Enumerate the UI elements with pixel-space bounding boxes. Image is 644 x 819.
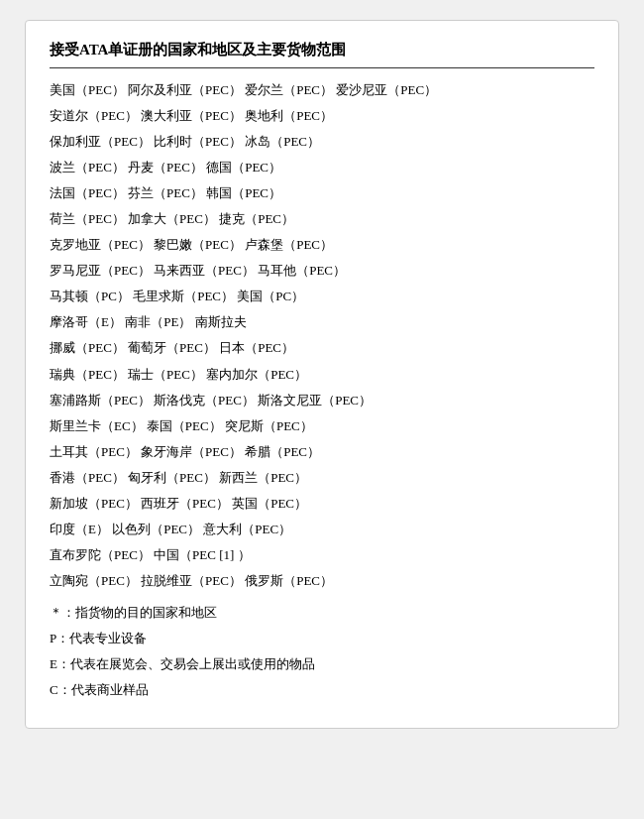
country-line: 印度（E） 以色列（PEC） 意大利（PEC）: [50, 518, 594, 541]
country-line: 罗马尼亚（PEC） 马来西亚（PEC） 马耳他（PEC）: [50, 259, 594, 283]
card-title: 接受ATA单证册的国家和地区及主要货物范围: [50, 41, 594, 59]
country-line: 摩洛哥（E） 南非（PE） 南斯拉夫: [50, 310, 594, 334]
country-line: 新加坡（PEC） 西班牙（PEC） 英国（PEC）: [50, 492, 594, 516]
legend-item: E：代表在展览会、交易会上展出或使用的物品: [50, 652, 594, 676]
legend-item: P：代表专业设备: [50, 627, 594, 650]
country-line: 斯里兰卡（EC） 泰国（PEC） 突尼斯（PEC）: [50, 414, 594, 438]
country-list: 美国（PEC） 阿尔及利亚（PEC） 爱尔兰（PEC） 爱沙尼亚（PEC）安道尔…: [50, 78, 594, 593]
country-line: 立陶宛（PEC） 拉脱维亚（PEC） 俄罗斯（PEC）: [50, 569, 594, 593]
country-line: 保加利亚（PEC） 比利时（PEC） 冰岛（PEC）: [50, 130, 594, 154]
country-line: 克罗地亚（PEC） 黎巴嫩（PEC） 卢森堡（PEC）: [50, 233, 594, 257]
main-card: 接受ATA单证册的国家和地区及主要货物范围 美国（PEC） 阿尔及利亚（PEC）…: [25, 20, 619, 729]
country-line: 塞浦路斯（PEC） 斯洛伐克（PEC） 斯洛文尼亚（PEC）: [50, 389, 594, 412]
country-line: 安道尔（PEC） 澳大利亚（PEC） 奥地利（PEC）: [50, 104, 594, 128]
country-line: 法国（PEC） 芬兰（PEC） 韩国（PEC）: [50, 181, 594, 205]
country-line: 瑞典（PEC） 瑞士（PEC） 塞内加尔（PEC）: [50, 363, 594, 387]
legend-item: C：代表商业样品: [50, 678, 594, 702]
country-line: 挪威（PEC） 葡萄牙（PEC） 日本（PEC）: [50, 336, 594, 360]
country-line: 美国（PEC） 阿尔及利亚（PEC） 爱尔兰（PEC） 爱沙尼亚（PEC）: [50, 78, 594, 102]
title-divider: [50, 67, 594, 68]
country-line: 荷兰（PEC） 加拿大（PEC） 捷克（PEC）: [50, 207, 594, 231]
country-line: 直布罗陀（PEC） 中国（PEC [1] ）: [50, 543, 594, 567]
legend-item: ＊：指货物的目的国家和地区: [50, 601, 594, 625]
country-line: 香港（PEC） 匈牙利（PEC） 新西兰（PEC）: [50, 466, 594, 490]
country-line: 土耳其（PEC） 象牙海岸（PEC） 希腊（PEC）: [50, 440, 594, 464]
legend-section: ＊：指货物的目的国家和地区P：代表专业设备E：代表在展览会、交易会上展出或使用的…: [50, 601, 594, 702]
country-line: 波兰（PEC） 丹麦（PEC） 德国（PEC）: [50, 156, 594, 179]
country-line: 马其顿（PC） 毛里求斯（PEC） 美国（PC）: [50, 285, 594, 308]
